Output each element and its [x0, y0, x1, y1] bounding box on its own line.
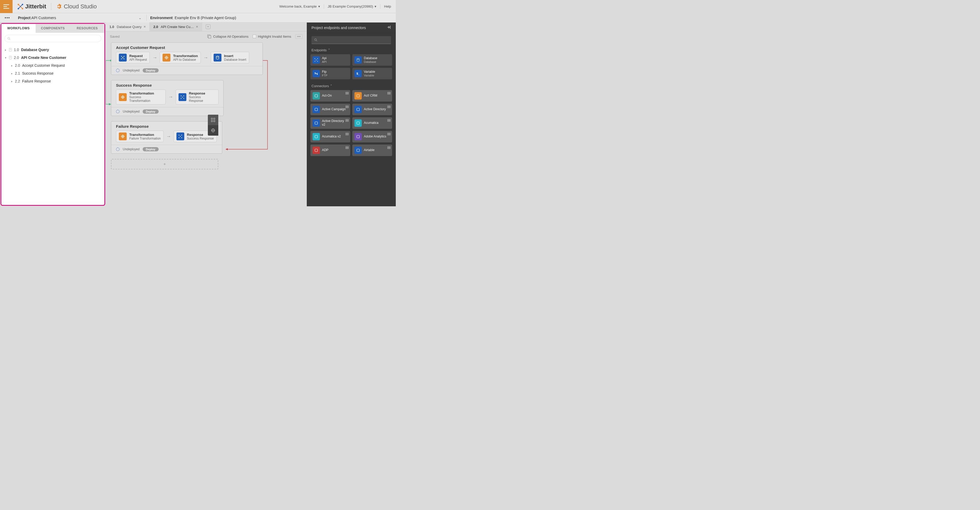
svg-rect-60	[357, 94, 360, 97]
chevron-down-icon: ▾	[318, 5, 320, 8]
connector-tile[interactable]: Adobe Analytics	[352, 131, 392, 142]
operation-card[interactable]: Success Response TransformationSuccess T…	[111, 80, 224, 116]
op-footer: Undeployed Deploy	[111, 107, 223, 116]
operation-card[interactable]: Accept Customer Request RequestAPI Reque…	[111, 42, 263, 75]
tab-num: 1.0	[110, 25, 114, 29]
operation-card[interactable]: Failure Response TransformationFailure T…	[111, 121, 222, 154]
tree-child[interactable]: ▸ 2.2 Failure Response	[2, 77, 104, 85]
svg-rect-79	[388, 133, 390, 134]
endpoint-tile[interactable]: FtpFTP	[310, 68, 350, 79]
arrow-icon: →	[152, 55, 157, 61]
project-selector[interactable]: Project: API Customers ⌄	[18, 16, 146, 20]
globe-button[interactable]	[208, 125, 218, 135]
studio-label[interactable]: Cloud Studio	[51, 3, 102, 10]
tile-name: Ftp	[322, 70, 326, 73]
endpoint-tile[interactable]: ApiAPI	[310, 54, 350, 66]
connector-tile[interactable]: Active Campaign	[310, 104, 350, 115]
project-pane: WORKFLOWS COMPONENTS RESOURCES ▸ 1.0 Dat…	[0, 23, 105, 206]
help-link[interactable]: Help	[384, 5, 391, 8]
tree-item[interactable]: ▾ 2.0 API Create New Customer	[2, 54, 104, 62]
connector-tile[interactable]: Airtable	[352, 145, 392, 156]
step[interactable]: InsertDatabase Insert	[211, 52, 249, 63]
svg-rect-69	[315, 122, 318, 124]
deploy-button[interactable]: Deploy	[143, 69, 159, 73]
vsep	[380, 4, 380, 9]
step[interactable]: TransformationSuccess Transformation	[116, 89, 166, 104]
step[interactable]: ResponseSuccess Response	[176, 89, 219, 104]
connectors-grid: Act-OnAct! CRMActive CampaignActive Dire…	[307, 89, 396, 159]
connector-tile[interactable]: Active Directory	[352, 104, 392, 115]
svg-rect-81	[315, 149, 318, 151]
svg-point-37	[181, 135, 182, 135]
svg-rect-80	[388, 134, 390, 135]
response-icon	[178, 93, 186, 101]
list-icon	[387, 92, 391, 95]
grid-view-button[interactable]	[208, 115, 218, 125]
tree-child[interactable]: ▸ 2.1 Success Response	[2, 69, 104, 77]
add-tab-button[interactable]: +	[202, 22, 214, 31]
connector-tile[interactable]: Acumatica v2	[310, 131, 350, 142]
connector-tile[interactable]: ADP	[310, 145, 350, 156]
connector-tile[interactable]: Active Directory v2	[310, 117, 350, 129]
connector-label: Act-On	[322, 94, 332, 98]
connector-icon	[355, 120, 362, 127]
menu-button[interactable]	[0, 0, 13, 13]
item-name: Accept Customer Request	[22, 63, 65, 67]
pane-search-input[interactable]	[5, 35, 101, 42]
transform-icon	[119, 132, 127, 140]
env-label: Environment	[150, 16, 173, 20]
step[interactable]: TransformationAPI to Database	[160, 52, 201, 63]
more-button[interactable]: •••	[295, 34, 302, 39]
endpoint-tile[interactable]: DatabaseDatabase	[352, 54, 392, 66]
item-num: 2.2	[15, 79, 20, 83]
list-icon	[387, 132, 391, 135]
svg-rect-71	[346, 121, 348, 121]
svg-rect-43	[211, 120, 213, 122]
chevron-down-icon: ⌄	[138, 16, 142, 20]
collapse-panel-button[interactable]	[387, 25, 391, 30]
connector-tile[interactable]: Act! CRM	[352, 90, 392, 102]
tree-item[interactable]: ▸ 1.0 Database Query	[2, 46, 104, 54]
right-panel: Project endpoints and connectors Endpoin…	[307, 22, 396, 206]
svg-rect-75	[315, 135, 318, 138]
steps-row: TransformationSuccess Transformation → R…	[111, 89, 223, 107]
endpoints-section-toggle[interactable]: Endpoints˄	[307, 46, 396, 53]
canvas-tab[interactable]: 1.0Database Query×	[106, 22, 150, 31]
tab-workflows[interactable]: WORKFLOWS	[1, 24, 36, 33]
welcome-dropdown[interactable]: Welcome back, Example▾	[279, 5, 320, 8]
op-footer: Undeployed Deploy	[111, 145, 222, 153]
brand-logo[interactable]: Jitterbit	[13, 3, 51, 10]
list-icon	[345, 132, 348, 135]
collapse-text: Collapse All Operations	[213, 35, 248, 38]
sub-header: ••• Project: API Customers ⌄ Environment…	[0, 13, 396, 22]
close-icon[interactable]: ×	[196, 25, 198, 29]
project-more-button[interactable]: •••	[5, 16, 10, 20]
add-operation-button[interactable]: +	[111, 159, 218, 169]
connectors-section-toggle[interactable]: Connectors˄	[307, 82, 396, 89]
canvas-tab[interactable]: 2.0API Create New Cu…×	[150, 22, 202, 31]
variable-icon: $_	[355, 70, 362, 77]
tab-resources[interactable]: RESOURCES	[70, 24, 105, 33]
endpoint-tile[interactable]: $_VariableVariable	[352, 68, 392, 79]
tree-child[interactable]: ▸ 2.0 Accept Customer Request	[2, 62, 104, 69]
tab-components[interactable]: COMPONENTS	[36, 24, 70, 33]
studio-text: Cloud Studio	[64, 3, 97, 10]
deploy-button[interactable]: Deploy	[143, 110, 159, 114]
svg-rect-63	[315, 108, 318, 111]
highlight-toggle[interactable]: Highlight Invalid Items	[253, 35, 291, 38]
step[interactable]: RequestAPI Request	[116, 52, 150, 63]
connector-label: Active Directory	[364, 108, 386, 111]
step-title: Transformation	[173, 54, 198, 58]
step[interactable]: TransformationFailure Transformation	[116, 131, 164, 142]
step-sub: API to Database	[173, 58, 198, 62]
connector-tile[interactable]: Act-On	[310, 90, 350, 102]
saved-label: Saved	[110, 35, 119, 38]
deploy-button[interactable]: Deploy	[143, 147, 159, 151]
collapse-all-button[interactable]: Collapse All Operations	[207, 34, 248, 38]
canvas-area: 1.0Database Query× 2.0API Create New Cu……	[106, 22, 307, 206]
close-icon[interactable]: ×	[144, 25, 146, 29]
connector-tile[interactable]: Acumatica	[352, 117, 392, 129]
connector-icon	[313, 120, 320, 127]
right-search-input[interactable]	[312, 36, 391, 44]
company-dropdown[interactable]: JB Example Company(20980)▾	[328, 5, 376, 8]
